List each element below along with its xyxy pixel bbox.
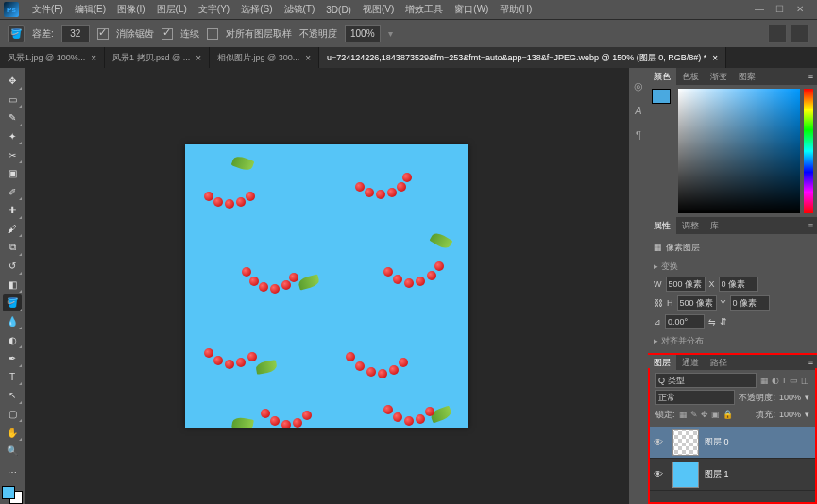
lock-all-icon[interactable]: 🔒: [723, 410, 733, 419]
link-icon[interactable]: ⛓: [654, 298, 663, 308]
stamp-tool[interactable]: ⧉: [3, 239, 22, 256]
layer-name[interactable]: 图层 0: [705, 436, 729, 448]
filter-shape-icon[interactable]: ▭: [790, 376, 798, 385]
zoom-tool[interactable]: 🔍: [3, 443, 22, 460]
marquee-tool[interactable]: ▭: [3, 92, 22, 109]
lock-artboard-icon[interactable]: ▣: [711, 410, 720, 419]
menu-image[interactable]: 图像(I): [111, 3, 150, 16]
close-button[interactable]: ✕: [796, 4, 808, 15]
menu-type[interactable]: 文字(Y): [193, 3, 235, 16]
y-input[interactable]: [730, 295, 770, 311]
layer-thumbnail[interactable]: [672, 462, 699, 488]
pen-tool[interactable]: ✒: [3, 350, 22, 367]
antialias-checkbox[interactable]: [97, 28, 109, 40]
patterns-tab[interactable]: 图案: [733, 68, 761, 85]
layer-name[interactable]: 图层 1: [705, 468, 729, 480]
flip-h-icon[interactable]: ⇋: [708, 317, 716, 327]
history-brush-tool[interactable]: ↺: [3, 258, 22, 275]
paragraph-icon[interactable]: ¶: [632, 128, 645, 142]
tab-close-icon[interactable]: ×: [91, 53, 96, 63]
properties-tab[interactable]: 属性: [648, 217, 676, 234]
color-field[interactable]: [678, 89, 800, 213]
contiguous-checkbox[interactable]: [162, 28, 173, 40]
libraries-tab[interactable]: 库: [705, 217, 724, 234]
type-tool[interactable]: T: [3, 369, 22, 386]
align-section[interactable]: ▸ 对齐并分布: [654, 335, 811, 347]
layer-thumbnail[interactable]: [672, 429, 699, 456]
eyedropper-tool[interactable]: ✐: [3, 184, 22, 201]
x-input[interactable]: [719, 277, 758, 292]
angle-input[interactable]: [665, 314, 705, 329]
width-input[interactable]: [666, 277, 706, 292]
lock-pixels-icon[interactable]: ▦: [679, 410, 688, 419]
filter-smart-icon[interactable]: ◫: [801, 376, 809, 385]
panel-menu-icon[interactable]: ≡: [805, 72, 817, 81]
document-tab[interactable]: 相似图片.jpg @ 300...×: [210, 47, 319, 68]
gradients-tab[interactable]: 渐变: [705, 68, 733, 85]
crop-tool[interactable]: ✂: [3, 146, 22, 163]
document-tab-active[interactable]: u=724124226,1843873529&fm=253&fmt=auto&a…: [319, 47, 726, 68]
menu-window[interactable]: 窗口(W): [449, 3, 494, 16]
blend-mode-select[interactable]: 正常: [655, 390, 735, 405]
visibility-icon[interactable]: 👁: [654, 437, 667, 447]
opacity-value[interactable]: 100%: [779, 393, 801, 402]
all-layers-checkbox[interactable]: [207, 28, 218, 40]
tab-close-icon[interactable]: ×: [196, 53, 201, 63]
maximize-button[interactable]: ☐: [775, 4, 787, 15]
menu-layer[interactable]: 图层(L): [151, 3, 193, 16]
panel-menu-icon[interactable]: ≡: [805, 358, 817, 367]
transform-section[interactable]: ▸ 变换: [654, 260, 811, 273]
blur-tool[interactable]: 💧: [3, 313, 22, 330]
color-tab[interactable]: 颜色: [648, 68, 676, 85]
lock-paint-icon[interactable]: ✎: [690, 410, 698, 419]
edit-toolbar[interactable]: ⋯: [3, 464, 22, 481]
option-btn-1[interactable]: [768, 25, 787, 43]
bucket-tool[interactable]: 🪣: [3, 294, 22, 311]
foreground-color[interactable]: [2, 486, 15, 499]
minimize-button[interactable]: —: [755, 4, 766, 15]
menu-select[interactable]: 选择(S): [235, 3, 278, 16]
color-swatches[interactable]: [2, 486, 23, 504]
tab-close-icon[interactable]: ×: [712, 53, 718, 63]
height-input[interactable]: [677, 295, 717, 311]
option-btn-2[interactable]: [791, 25, 809, 43]
wand-tool[interactable]: ✦: [3, 128, 22, 145]
canvas[interactable]: [185, 144, 468, 428]
swatches-tab[interactable]: 色板: [676, 68, 705, 85]
menu-3d[interactable]: 3D(D): [320, 5, 357, 15]
lasso-tool[interactable]: ✎: [3, 109, 22, 126]
shape-tool[interactable]: ▢: [3, 406, 22, 423]
frame-tool[interactable]: ▣: [3, 165, 22, 182]
hue-slider[interactable]: [804, 89, 813, 213]
flip-v-icon[interactable]: ⇵: [720, 317, 727, 327]
tool-preset-icon[interactable]: 🪣: [8, 25, 25, 42]
filter-image-icon[interactable]: ▦: [760, 376, 769, 385]
layer-row[interactable]: 👁 图层 0: [650, 427, 815, 459]
menu-view[interactable]: 视图(V): [357, 3, 400, 16]
menu-file[interactable]: 文件(F): [26, 3, 69, 16]
tolerance-input[interactable]: [61, 25, 90, 42]
menu-help[interactable]: 帮助(H): [494, 3, 537, 16]
heal-tool[interactable]: ✚: [3, 202, 22, 219]
layer-row[interactable]: 👁 图层 1: [650, 459, 815, 491]
layer-filter-select[interactable]: Q 类型: [655, 373, 757, 388]
dodge-tool[interactable]: ◐: [3, 331, 22, 348]
path-tool[interactable]: ↖: [3, 387, 22, 404]
lock-position-icon[interactable]: ✥: [701, 410, 708, 419]
filter-adjust-icon[interactable]: ◐: [772, 376, 779, 385]
type-panel-icon[interactable]: A: [632, 104, 645, 117]
move-tool[interactable]: ✥: [3, 73, 22, 90]
fill-value[interactable]: 100%: [779, 410, 801, 419]
eraser-tool[interactable]: ◧: [3, 277, 22, 294]
learn-icon[interactable]: ◎: [632, 79, 645, 92]
tab-close-icon[interactable]: ×: [305, 53, 311, 63]
document-tab[interactable]: 风景1.jpg @ 100%...×: [0, 47, 105, 68]
adjustments-tab[interactable]: 调整: [676, 217, 705, 234]
menu-filter[interactable]: 滤镜(T): [279, 3, 321, 16]
menu-plugins[interactable]: 增效工具: [400, 3, 449, 16]
color-preview-fg[interactable]: [652, 89, 671, 104]
document-tab[interactable]: 风景1 拷贝.psd @ ...×: [105, 47, 210, 68]
visibility-icon[interactable]: 👁: [654, 469, 667, 479]
brush-tool[interactable]: 🖌: [3, 221, 22, 238]
panel-menu-icon[interactable]: ≡: [805, 221, 817, 230]
